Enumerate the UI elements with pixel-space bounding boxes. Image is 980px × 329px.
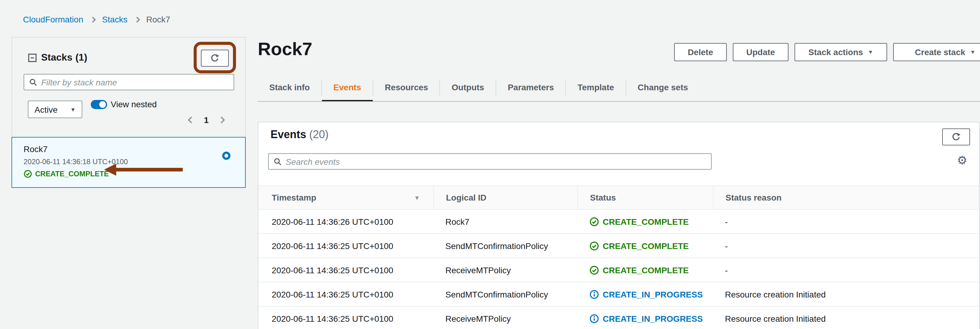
stack-detail-tabs: Stack info Events Resources Outputs Para…: [258, 74, 700, 102]
cell-status-reason: -: [713, 241, 979, 251]
table-row: 2020-06-11 14:36:25 UTC+0100 ReceiveMTPo…: [258, 307, 979, 329]
tab-resources[interactable]: Resources: [373, 74, 440, 102]
refresh-stacks-button[interactable]: [201, 50, 229, 67]
tab-outputs[interactable]: Outputs: [440, 74, 496, 102]
events-count: (20): [309, 128, 329, 141]
stacks-pagination: 1: [189, 115, 224, 125]
table-row: 2020-06-11 14:36:26 UTC+0100 Rock7 CREAT…: [258, 210, 979, 234]
toggle-knob: [99, 101, 106, 108]
stack-status-label: CREATE_COMPLETE: [35, 170, 109, 178]
cell-status-reason: -: [713, 217, 979, 226]
chevron-right-icon: [134, 16, 140, 22]
column-header-status-reason[interactable]: Status reason: [713, 186, 979, 209]
events-panel-title: Events(20): [270, 127, 329, 142]
cell-status: CREATE_IN_PROGRESS: [577, 313, 713, 323]
cell-status: CREATE_COMPLETE: [577, 265, 713, 275]
refresh-icon: [951, 132, 961, 142]
breadcrumb-link-cloudformation[interactable]: CloudFormation: [23, 14, 83, 24]
cell-logical-id: SendMTConfirmationPolicy: [433, 289, 577, 299]
events-table: Timestamp ▼ Logical ID Status Status rea…: [258, 185, 979, 329]
check-circle-icon: [589, 241, 599, 251]
table-row: 2020-06-11 14:36:25 UTC+0100 SendMTConfi…: [258, 234, 979, 258]
stacks-count: (1): [75, 52, 87, 62]
header-actions: Delete Update Stack actions▼ Create stac…: [674, 43, 980, 61]
table-row: 2020-06-11 14:36:25 UTC+0100 SendMTConfi…: [258, 282, 979, 307]
stack-filter-field: [24, 74, 234, 90]
next-page-icon[interactable]: [218, 117, 225, 124]
cell-timestamp: 2020-06-11 14:36:26 UTC+0100: [258, 217, 433, 226]
events-table-header: Timestamp ▼ Logical ID Status Status rea…: [258, 185, 979, 210]
cell-logical-id: SendMTConfirmationPolicy: [433, 241, 577, 251]
stacks-panel-title: Stacks(1): [41, 52, 87, 63]
cell-status-reason: Resource creation Initiated: [713, 313, 979, 323]
create-stack-button[interactable]: Create stack▼: [893, 43, 980, 61]
chevron-right-icon: [89, 16, 95, 22]
selected-radio-button[interactable]: [222, 152, 231, 160]
cell-timestamp: 2020-06-11 14:36:25 UTC+0100: [258, 241, 433, 251]
page-number[interactable]: 1: [204, 115, 209, 125]
page-title: Rock7: [258, 39, 312, 59]
table-row: 2020-06-11 14:36:25 UTC+0100 ReceiveMTPo…: [258, 258, 979, 282]
check-circle-icon: [589, 265, 599, 275]
cell-status: CREATE_COMPLETE: [577, 217, 713, 226]
column-header-status[interactable]: Status: [577, 186, 713, 209]
caret-down-icon: ▼: [868, 49, 873, 55]
update-button[interactable]: Update: [733, 43, 789, 61]
stack-status: CREATE_COMPLETE: [24, 170, 245, 178]
refresh-events-button[interactable]: [942, 128, 970, 145]
search-icon: [274, 157, 282, 166]
breadcrumb-current: Rock7: [146, 14, 170, 24]
info-circle-icon: [589, 289, 599, 299]
tab-template[interactable]: Template: [566, 74, 626, 102]
cell-timestamp: 2020-06-11 14:36:25 UTC+0100: [258, 289, 433, 299]
stack-list-item-rock7[interactable]: Rock7 2020-06-11 14:36:18 UTC+0100 CREAT…: [11, 137, 246, 188]
cell-logical-id: ReceiveMTPolicy: [433, 313, 577, 323]
check-circle-icon: [589, 217, 599, 226]
stack-name: Rock7: [24, 144, 245, 154]
previous-page-icon[interactable]: [188, 117, 195, 124]
tabs-bottom-divider: [258, 101, 980, 102]
delete-button[interactable]: Delete: [674, 43, 727, 61]
events-search-field: [268, 153, 712, 170]
cell-status-reason: -: [713, 265, 979, 275]
stacks-panel: Stacks(1) Active ▼ View nested 1: [11, 37, 246, 188]
preferences-gear-icon[interactable]: ⚙: [956, 154, 969, 167]
stack-filter-input[interactable]: [41, 77, 229, 87]
tab-change-sets[interactable]: Change sets: [626, 74, 700, 102]
breadcrumb: CloudFormation Stacks Rock7: [23, 14, 170, 24]
info-circle-icon: [589, 313, 599, 323]
collapse-panel-icon[interactable]: [28, 53, 37, 62]
stack-actions-button[interactable]: Stack actions▼: [794, 43, 887, 61]
caret-down-icon: ▼: [70, 106, 76, 112]
column-header-logical-id[interactable]: Logical ID: [433, 186, 577, 209]
check-circle-icon: [24, 170, 32, 178]
stack-status-filter-select[interactable]: Active ▼: [28, 101, 82, 118]
view-nested-toggle[interactable]: [91, 100, 107, 109]
column-header-timestamp[interactable]: Timestamp ▼: [258, 186, 433, 209]
tab-stack-info[interactable]: Stack info: [258, 74, 321, 102]
events-panel: Events(20) ⚙ Timestamp ▼ Logical ID: [258, 122, 980, 329]
cell-timestamp: 2020-06-11 14:36:25 UTC+0100: [258, 265, 433, 275]
cell-timestamp: 2020-06-11 14:36:25 UTC+0100: [258, 313, 433, 323]
caret-down-icon: ▼: [970, 49, 975, 55]
cell-logical-id: ReceiveMTPolicy: [433, 265, 577, 275]
cloudformation-console: CloudFormation Stacks Rock7 Stacks(1): [0, 0, 980, 329]
stack-created-timestamp: 2020-06-11 14:36:18 UTC+0100: [24, 158, 245, 166]
sort-descending-icon: ▼: [414, 194, 420, 201]
cell-status-reason: Resource creation Initiated: [713, 289, 979, 299]
view-nested-label: View nested: [111, 100, 157, 109]
breadcrumb-link-stacks[interactable]: Stacks: [102, 14, 127, 24]
cell-logical-id: Rock7: [433, 217, 577, 226]
tab-parameters[interactable]: Parameters: [496, 74, 565, 102]
tab-events[interactable]: Events: [322, 74, 373, 102]
refresh-icon: [210, 53, 220, 63]
events-search-input[interactable]: [286, 157, 706, 166]
search-icon: [29, 78, 38, 86]
cell-status: CREATE_IN_PROGRESS: [577, 289, 713, 299]
stack-status-filter-value: Active: [35, 104, 57, 114]
cell-status: CREATE_COMPLETE: [577, 241, 713, 251]
